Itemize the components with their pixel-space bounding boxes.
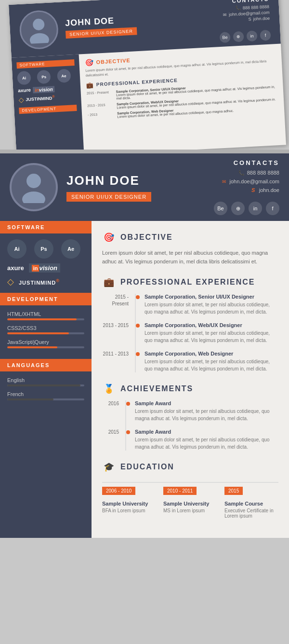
objective-icon: 🎯 bbox=[102, 231, 116, 244]
social-dribbble-icon: ⊕ bbox=[231, 202, 245, 215]
skill-css: CSS2/CSS3 bbox=[7, 325, 84, 334]
achievement-item-2: 2015 Sample Award Lorem ipsum dolor sit … bbox=[102, 429, 278, 451]
edu-year-1: 2006 - 2010 bbox=[102, 487, 135, 495]
achievement-desc-2: Lorem ipsum dolor sit amet, te per nisl … bbox=[135, 436, 278, 451]
experience-title: PROFESSIONAL EXPERIENCE bbox=[120, 278, 255, 287]
ae-icon: Ae bbox=[61, 239, 80, 259]
exp-content-2: Sample Corporation, Web/UX Designer Lore… bbox=[144, 322, 278, 344]
main-skype: S john.doe bbox=[221, 187, 280, 193]
experience-title-row: 💼 PROFESSIONAL EXPERIENCE bbox=[102, 275, 278, 289]
preview-software-label: SOFTWARE bbox=[16, 59, 75, 69]
exp-content-1: Sample Corporation, Senior UI/UX Designe… bbox=[144, 294, 278, 315]
main-contacts-label: CONTACTS bbox=[221, 159, 280, 166]
edu-school-3: Sample Course bbox=[224, 501, 278, 507]
email-icon: ✉ bbox=[221, 178, 227, 185]
preview-axure-logo: axure bbox=[18, 87, 31, 94]
edu-degree-1: BFA in Lorem ipsum bbox=[102, 508, 156, 513]
software-icons-grid: Ai Ps Ae bbox=[7, 239, 84, 259]
exp-item-2: 2013 - 2015 Sample Corporation, Web/UX D… bbox=[102, 322, 278, 344]
invision-logo: invision bbox=[29, 263, 60, 273]
preview-software-section: SOFTWARE Ai Ps Ae axure invision ◇ JUSTI… bbox=[16, 59, 76, 104]
main-title-badge: SENIOR UI/UX DESIGNER bbox=[66, 192, 151, 202]
edu-item-1: 2006 - 2010 Sample University BFA in Lor… bbox=[102, 486, 156, 519]
exp-item-3: 2011 - 2013 Sample Corporation, Web Desi… bbox=[102, 351, 278, 372]
phone-icon: 📞 bbox=[238, 169, 245, 176]
languages-section: LANGUAGES English French bbox=[0, 359, 92, 411]
software-content: Ai Ps Ae axure invision ◇ JUSTINMIND® bbox=[0, 233, 92, 293]
lang-french: French bbox=[7, 391, 84, 400]
objective-text: Lorem ipsum dolor sit amet, te per nisl … bbox=[102, 249, 278, 266]
edu-year-2: 2010 - 2011 bbox=[163, 487, 197, 495]
skill-js: JavaScript/jQuery bbox=[7, 339, 84, 348]
main-sidebar: SOFTWARE Ai Ps Ae axure invision ◇ JUSTI… bbox=[0, 221, 92, 538]
skill-html-fill bbox=[7, 318, 77, 320]
exp-content-3: Sample Corporation, Web Designer Lorem i… bbox=[144, 351, 278, 372]
preview-justinmind-logo: JUSTINMIND® bbox=[26, 94, 55, 103]
lang-english-fill bbox=[7, 384, 80, 386]
exp-dot-3 bbox=[136, 352, 140, 356]
preview-ae-icon: Ae bbox=[57, 69, 71, 82]
lang-english-bar bbox=[7, 384, 84, 386]
lang-french-bar bbox=[7, 398, 84, 400]
skill-html-bar bbox=[7, 318, 84, 320]
main-header: JOHN DOE SENIOR UI/UX DESIGNER CONTACTS … bbox=[0, 153, 289, 221]
preview-title-badge: SENIOR UI/UX DESIGNER bbox=[66, 27, 137, 39]
achievement-content-1: Sample Award Lorem ipsum dolor sit amet,… bbox=[135, 400, 278, 422]
section-divider bbox=[0, 150, 289, 153]
preview-content: 🎯 OBJECTIVE Lorem ipsum dolor sit amet, … bbox=[79, 44, 286, 150]
justinmind-logo: JUSTINMIND® bbox=[19, 278, 60, 286]
objective-title-row: 🎯 OBJECTIVE bbox=[102, 231, 278, 244]
development-label: DEVELOPMENT bbox=[0, 293, 92, 305]
achievements-icon: 🏅 bbox=[102, 382, 116, 396]
social-behance-icon: Be bbox=[214, 202, 227, 215]
preview-contacts: CONTACTS 📞 888 888 8888 ✉ john.doe@gmail… bbox=[222, 0, 270, 24]
achievements-title-row: 🏅 ACHIEVEMENTS bbox=[102, 382, 278, 396]
achievement-dot-2 bbox=[126, 430, 130, 434]
exp-icon: 💼 bbox=[86, 82, 94, 89]
exp-title-2: Sample Corporation, Web/UX Designer bbox=[144, 322, 278, 328]
exp-desc-1: Lorem ipsum dolor sit amet, te per nisl … bbox=[144, 301, 278, 315]
exp-title-1: Sample Corporation, Senior UI/UX Designe… bbox=[144, 294, 278, 300]
achievement-title-1: Sample Award bbox=[135, 400, 278, 406]
achievement-item-1: 2016 Sample Award Lorem ipsum dolor sit … bbox=[102, 400, 278, 422]
skill-css-bar bbox=[7, 332, 84, 334]
exp-dot-2 bbox=[136, 324, 140, 328]
ai-icon: Ai bbox=[7, 239, 26, 259]
experience-timeline: 2015 - Present Sample Corporation, Senio… bbox=[102, 294, 278, 372]
skill-js-fill bbox=[7, 346, 57, 348]
achievement-year-1: 2016 bbox=[102, 400, 126, 422]
languages-label: LANGUAGES bbox=[0, 359, 92, 371]
email-icon: ✉ bbox=[223, 12, 227, 17]
svg-point-3 bbox=[22, 192, 45, 203]
lang-english: English bbox=[7, 377, 84, 386]
skill-html: HTML/XHTML bbox=[7, 311, 84, 320]
edu-degree-3: Executive Certificate in Lorem ipsum bbox=[224, 508, 278, 519]
achievement-dot-1 bbox=[126, 402, 130, 406]
skill-css-fill bbox=[7, 332, 69, 334]
achievements-title: ACHIEVEMENTS bbox=[120, 384, 193, 393]
social-linkedin-icon: in bbox=[249, 202, 262, 215]
education-icon: 🎓 bbox=[102, 460, 116, 474]
sw-logos-row-2: ◇ JUSTINMIND® bbox=[7, 276, 84, 287]
objective-title: OBJECTIVE bbox=[120, 233, 173, 242]
edu-year-3: 2015 bbox=[224, 487, 243, 495]
phone-icon: 📞 bbox=[236, 6, 241, 11]
lang-french-label: French bbox=[7, 391, 84, 397]
skype-icon: S bbox=[248, 17, 251, 22]
preview-sketch-icon: ◇ bbox=[18, 96, 24, 104]
experience-icon: 💼 bbox=[102, 275, 116, 289]
edu-degree-2: MS in Lorem ipsum bbox=[163, 508, 217, 513]
software-label: SOFTWARE bbox=[0, 221, 92, 233]
svg-point-1 bbox=[29, 32, 49, 43]
preview-body: SOFTWARE Ai Ps Ae axure invision ◇ JUSTI… bbox=[12, 44, 286, 150]
lang-english-label: English bbox=[7, 377, 84, 383]
achievement-year-2: 2015 bbox=[102, 429, 126, 451]
exp-desc-2: Lorem ipsum dolor sit amet, te per nisl … bbox=[144, 329, 278, 344]
skill-js-label: JavaScript/jQuery bbox=[7, 339, 84, 345]
preview-avatar bbox=[19, 10, 59, 50]
preview-dev-label: DEVELOPMENT bbox=[19, 105, 77, 114]
achievement-content-2: Sample Award Lorem ipsum dolor sit amet,… bbox=[135, 429, 278, 451]
exp-year-1: 2015 - Present bbox=[102, 294, 136, 315]
preview-sidebar: SOFTWARE Ai Ps Ae axure invision ◇ JUSTI… bbox=[12, 55, 84, 150]
axure-logo: axure bbox=[7, 264, 24, 272]
